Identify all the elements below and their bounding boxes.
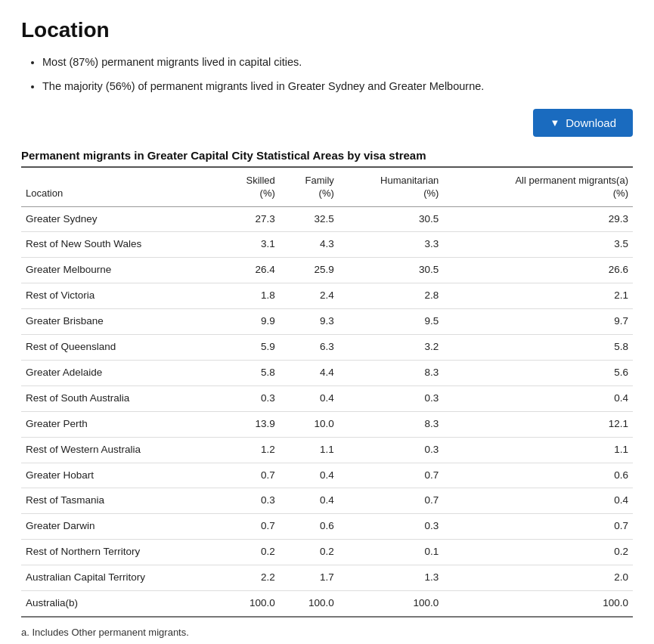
cell-family: 4.3	[280, 232, 339, 258]
cell-all: 5.8	[443, 335, 633, 361]
cell-location: Rest of Tasmania	[21, 488, 221, 514]
cell-humanitarian: 2.8	[339, 283, 444, 309]
cell-all: 9.7	[443, 309, 633, 335]
cell-humanitarian: 0.3	[339, 437, 444, 463]
cell-location: Rest of Queensland	[21, 335, 221, 361]
cell-all: 0.4	[443, 385, 633, 411]
cell-family: 0.4	[280, 488, 339, 514]
cell-humanitarian: 0.3	[339, 514, 444, 540]
bullet-item-1: Most (87%) permanent migrants lived in c…	[42, 54, 633, 71]
cell-skilled: 27.3	[221, 206, 280, 232]
table-row: Rest of Queensland5.96.33.25.8	[21, 335, 633, 361]
cell-family: 1.1	[280, 437, 339, 463]
cell-location: Greater Hobart	[21, 463, 221, 488]
cell-all: 100.0	[443, 590, 633, 616]
cell-family: 2.4	[280, 283, 339, 309]
bullet-item-2: The majority (56%) of permanent migrants…	[42, 79, 633, 95]
cell-location: Rest of South Australia	[21, 385, 221, 411]
cell-all: 0.2	[443, 540, 633, 565]
cell-humanitarian: 1.3	[339, 565, 444, 591]
table-row: Australia(b)100.0100.0100.0100.0	[21, 590, 633, 616]
cell-skilled: 0.2	[221, 540, 280, 565]
cell-family: 32.5	[280, 206, 339, 232]
table-row: Rest of New South Wales3.14.33.33.5	[21, 232, 633, 258]
cell-all: 1.1	[443, 437, 633, 463]
cell-family: 25.9	[280, 258, 339, 283]
download-button-label: Download	[566, 116, 616, 129]
cell-skilled: 2.2	[221, 565, 280, 591]
cell-all: 0.6	[443, 463, 633, 488]
cell-location: Australia(b)	[21, 590, 221, 616]
cell-skilled: 5.8	[221, 360, 280, 385]
cell-location: Rest of Victoria	[21, 283, 221, 309]
cell-all: 12.1	[443, 411, 633, 437]
cell-location: Greater Perth	[21, 411, 221, 437]
cell-location: Greater Sydney	[21, 206, 221, 232]
table-header-row: Location Skilled(%) Family(%) Humanitari…	[21, 167, 633, 207]
cell-skilled: 0.3	[221, 385, 280, 411]
cell-family: 0.2	[280, 540, 339, 565]
bullet-list: Most (87%) permanent migrants lived in c…	[42, 54, 633, 95]
cell-skilled: 0.3	[221, 488, 280, 514]
cell-all: 2.0	[443, 565, 633, 591]
cell-all: 3.5	[443, 232, 633, 258]
col-header-family: Family(%)	[280, 167, 339, 207]
cell-skilled: 13.9	[221, 411, 280, 437]
cell-humanitarian: 8.3	[339, 360, 444, 385]
cell-location: Greater Darwin	[21, 514, 221, 540]
table-row: Rest of Northern Territory0.20.20.10.2	[21, 540, 633, 565]
cell-all: 2.1	[443, 283, 633, 309]
cell-skilled: 3.1	[221, 232, 280, 258]
cell-humanitarian: 0.7	[339, 488, 444, 514]
download-button[interactable]: ▼ Download	[533, 109, 633, 137]
cell-humanitarian: 100.0	[339, 590, 444, 616]
download-arrow-icon: ▼	[550, 117, 559, 128]
table-row: Greater Sydney27.332.530.529.3	[21, 206, 633, 232]
table-row: Greater Melbourne26.425.930.526.6	[21, 258, 633, 283]
cell-all: 29.3	[443, 206, 633, 232]
table-row: Australian Capital Territory2.21.71.32.0	[21, 565, 633, 591]
cell-humanitarian: 3.3	[339, 232, 444, 258]
cell-location: Rest of New South Wales	[21, 232, 221, 258]
cell-skilled: 0.7	[221, 514, 280, 540]
cell-family: 1.7	[280, 565, 339, 591]
cell-location: Rest of Northern Territory	[21, 540, 221, 565]
col-header-location: Location	[21, 167, 221, 207]
cell-location: Greater Melbourne	[21, 258, 221, 283]
footnotes: a. Includes Other permanent migrants. b.…	[21, 625, 633, 644]
table-row: Greater Darwin0.70.60.30.7	[21, 514, 633, 540]
cell-all: 26.6	[443, 258, 633, 283]
cell-skilled: 26.4	[221, 258, 280, 283]
cell-humanitarian: 8.3	[339, 411, 444, 437]
cell-family: 10.0	[280, 411, 339, 437]
cell-all: 0.7	[443, 514, 633, 540]
table-title: Permanent migrants in Greater Capital Ci…	[21, 149, 633, 162]
download-row: ▼ Download	[21, 109, 633, 137]
cell-family: 0.4	[280, 463, 339, 488]
table-row: Rest of South Australia0.30.40.30.4	[21, 385, 633, 411]
table-row: Greater Adelaide5.84.48.35.6	[21, 360, 633, 385]
cell-family: 9.3	[280, 309, 339, 335]
cell-family: 0.6	[280, 514, 339, 540]
cell-humanitarian: 30.5	[339, 258, 444, 283]
cell-all: 0.4	[443, 488, 633, 514]
cell-skilled: 5.9	[221, 335, 280, 361]
cell-humanitarian: 0.7	[339, 463, 444, 488]
footnote-a: a. Includes Other permanent migrants.	[21, 625, 633, 641]
cell-humanitarian: 3.2	[339, 335, 444, 361]
cell-skilled: 1.2	[221, 437, 280, 463]
col-header-all: All permanent migrants(a)(%)	[443, 167, 633, 207]
cell-location: Greater Brisbane	[21, 309, 221, 335]
cell-family: 6.3	[280, 335, 339, 361]
cell-skilled: 0.7	[221, 463, 280, 488]
cell-humanitarian: 30.5	[339, 206, 444, 232]
cell-location: Australian Capital Territory	[21, 565, 221, 591]
table-row: Rest of Victoria1.82.42.82.1	[21, 283, 633, 309]
cell-family: 100.0	[280, 590, 339, 616]
cell-humanitarian: 0.1	[339, 540, 444, 565]
cell-humanitarian: 0.3	[339, 385, 444, 411]
cell-skilled: 1.8	[221, 283, 280, 309]
table-row: Greater Hobart0.70.40.70.6	[21, 463, 633, 488]
table-row: Greater Perth13.910.08.312.1	[21, 411, 633, 437]
table-row: Rest of Tasmania0.30.40.70.4	[21, 488, 633, 514]
